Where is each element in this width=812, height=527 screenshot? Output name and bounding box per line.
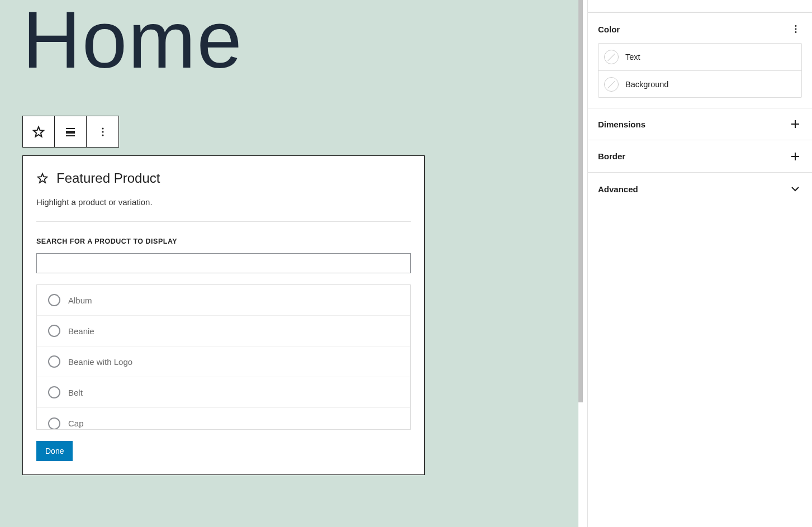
featured-product-block: Featured Product Highlight a product or … [22,155,425,475]
block-description: Highlight a product or variation. [36,197,411,207]
border-label: Border [598,151,625,161]
product-search-input[interactable] [36,253,411,273]
svg-rect-1 [66,128,75,129]
empty-swatch-icon [604,77,619,92]
radio-icon [48,325,60,337]
done-button[interactable]: Done [36,441,73,461]
advanced-panel-toggle[interactable]: Advanced [588,173,812,205]
product-name: Cap [68,419,84,428]
product-name: Album [68,296,92,305]
block-title: Featured Product [56,170,160,186]
more-options-button[interactable] [87,116,118,147]
svg-rect-2 [66,131,75,134]
advanced-label: Advanced [598,184,638,194]
color-panel-body: Text Background [588,43,812,108]
divider [36,221,411,222]
empty-swatch-icon [604,50,619,64]
product-item[interactable]: Belt [37,377,410,408]
product-list-scroll[interactable]: Album Beanie Beanie with Logo Belt Cap [37,285,410,429]
block-type-button[interactable] [23,116,55,147]
star-icon [32,125,45,139]
background-color-label: Background [625,80,668,89]
background-color-row[interactable]: Background [599,70,801,97]
dimensions-panel-toggle[interactable]: Dimensions [588,108,812,140]
product-name: Beanie [68,326,94,336]
product-name: Belt [68,388,83,397]
product-name: Beanie with Logo [68,357,132,367]
radio-icon [48,417,60,430]
product-item[interactable]: Beanie [37,316,410,346]
radio-icon [48,294,60,306]
block-toolbar [22,116,119,148]
svg-marker-7 [38,174,48,183]
text-color-label: Text [625,53,640,61]
block-header: Featured Product [36,170,411,186]
text-color-row[interactable]: Text [599,44,801,70]
scrollbar-track[interactable] [578,0,587,527]
search-label: SEARCH FOR A PRODUCT TO DISPLAY [36,238,411,245]
radio-icon [48,386,60,398]
product-list: Album Beanie Beanie with Logo Belt Cap [36,284,411,430]
align-full-icon [64,125,77,139]
svg-point-5 [102,131,103,132]
plus-icon [789,150,802,163]
star-icon [36,172,49,184]
plus-icon [789,117,802,131]
radio-icon [48,355,60,368]
color-panel-title: Color [598,25,620,34]
editor-canvas: Home Featured Product Highlight a produc… [0,0,578,527]
svg-point-8 [795,25,797,27]
svg-rect-3 [66,135,75,136]
sidebar-top-spacer [588,0,812,12]
product-item[interactable]: Cap [37,408,410,429]
svg-marker-0 [34,127,44,137]
svg-point-6 [102,134,103,136]
page-title: Home [22,0,556,82]
dots-vertical-icon [96,125,110,139]
product-item[interactable]: Album [37,285,410,316]
dimensions-label: Dimensions [598,120,645,129]
alignment-button[interactable] [55,116,87,147]
border-panel-toggle[interactable]: Border [588,140,812,173]
chevron-down-icon [789,182,802,196]
color-panel-header: Color [588,12,812,43]
svg-point-9 [795,29,797,30]
svg-point-10 [795,31,797,33]
settings-sidebar: Color Text Background Dimensions Border … [587,0,812,527]
svg-point-4 [102,127,103,129]
product-item[interactable]: Beanie with Logo [37,346,410,377]
dots-vertical-icon[interactable] [790,23,802,35]
